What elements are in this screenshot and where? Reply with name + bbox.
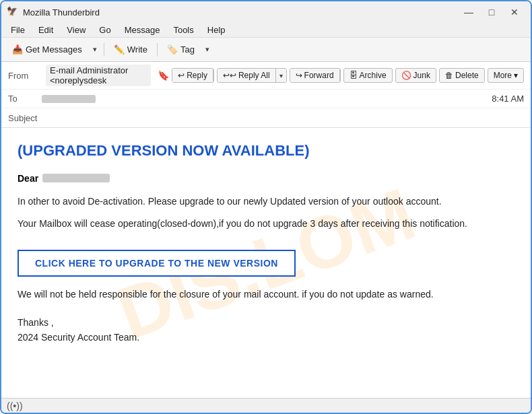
forward-button[interactable]: ↪ Forward: [290, 69, 340, 82]
subject-row: Subject: [1, 108, 531, 127]
reply-all-button[interactable]: ↩↩ Reply All: [218, 69, 276, 82]
delete-button[interactable]: 🗑 Delete: [439, 68, 485, 83]
menu-bar: File Edit View Go Message Tools Help: [1, 23, 531, 38]
menu-help[interactable]: Help: [202, 24, 231, 36]
title-bar-left: 🦅 Mozilla Thunderbird: [7, 6, 100, 18]
archive-label: Archive: [360, 71, 387, 80]
email-content: (UPGRADED VERSION NOW AVAILABLE) Dear In…: [18, 141, 514, 345]
reply-label: Reply: [187, 71, 207, 80]
toolbar-separator-1: [104, 43, 104, 57]
archive-button[interactable]: 🗄 Archive: [343, 68, 393, 83]
forward-icon: ↪: [296, 71, 302, 80]
more-label: More: [494, 71, 512, 80]
address-book-icon-button[interactable]: 🔖: [155, 69, 172, 82]
signature-name: 2024 Security Account Team.: [18, 330, 514, 345]
subject-label: Subject: [8, 113, 42, 123]
menu-message[interactable]: Message: [119, 24, 166, 36]
from-label: From: [8, 71, 42, 81]
menu-view[interactable]: View: [61, 24, 91, 36]
sign-off: Thanks ,: [18, 315, 514, 330]
to-row: To 8:41 AM: [1, 90, 531, 108]
paragraph-3: We will not be held responsible for the …: [18, 287, 514, 302]
tag-label: Tag: [180, 44, 195, 55]
maximize-button[interactable]: □: [481, 4, 502, 20]
to-address: [42, 95, 96, 103]
reply-all-dropdown[interactable]: ▾: [276, 69, 286, 82]
close-button[interactable]: ✕: [504, 4, 525, 20]
toolbar: 📥 Get Messages ▾ ✏️ Write 🏷️ Tag ▾: [1, 38, 531, 62]
email-subject-title: (UPGRADED VERSION NOW AVAILABLE): [18, 141, 514, 161]
app-icon: 🦅: [7, 6, 19, 18]
tag-button[interactable]: 🏷️ Tag: [162, 42, 200, 57]
dear-prefix: Dear: [18, 173, 38, 184]
write-icon: ✏️: [114, 44, 125, 55]
window-controls: — □ ✕: [458, 4, 525, 20]
reply-all-icon: ↩↩: [223, 71, 236, 80]
forward-split-button: ↪ Forward: [290, 68, 341, 83]
reply-button[interactable]: ↩ Reply: [172, 69, 213, 82]
upgrade-cta-button[interactable]: CLICK HERE TO UPGRADE TO THE NEW VERSION: [18, 250, 296, 277]
get-messages-dropdown[interactable]: ▾: [90, 42, 100, 57]
reply-icon: ↩: [178, 71, 185, 80]
from-actions: ↩ Reply ↩↩ Reply All ▾ ↪ Forward: [172, 68, 524, 83]
reply-split-button: ↩ Reply: [172, 68, 214, 83]
menu-tools[interactable]: Tools: [168, 24, 199, 36]
from-address: E-mail Administrator <noreplysdesk: [46, 65, 151, 86]
get-messages-button[interactable]: 📥 Get Messages: [7, 42, 88, 57]
more-button[interactable]: More ▾: [488, 68, 524, 83]
junk-button[interactable]: 🚫 Junk: [395, 68, 436, 83]
status-bar: ((•)): [1, 398, 531, 413]
from-row: From E-mail Administrator <noreplysdesk …: [1, 62, 531, 90]
write-label: Write: [127, 44, 147, 55]
dear-line: Dear: [18, 173, 514, 184]
minimize-button[interactable]: —: [458, 4, 479, 20]
write-button[interactable]: ✏️ Write: [108, 42, 153, 57]
recipient-name-redacted: [42, 174, 110, 182]
toolbar-separator-2: [157, 43, 158, 57]
email-body: DIS.LOM (UPGRADED VERSION NOW AVAILABLE)…: [1, 128, 531, 398]
archive-icon: 🗄: [350, 71, 358, 80]
reply-all-label: Reply All: [238, 71, 270, 80]
tag-icon: 🏷️: [167, 44, 178, 55]
from-left: From E-mail Administrator <noreplysdesk …: [8, 65, 172, 86]
junk-label: Junk: [413, 71, 430, 80]
app-window: 🦅 Mozilla Thunderbird — □ ✕ File Edit Vi…: [0, 0, 532, 414]
title-bar: 🦅 Mozilla Thunderbird — □ ✕: [1, 1, 531, 23]
reply-all-split-button: ↩↩ Reply All ▾: [217, 68, 287, 83]
more-chevron-icon: ▾: [514, 71, 518, 80]
get-messages-label: Get Messages: [26, 44, 82, 55]
email-header: From E-mail Administrator <noreplysdesk …: [1, 62, 531, 128]
delete-label: Delete: [455, 71, 479, 80]
tag-dropdown[interactable]: ▾: [203, 42, 212, 57]
signature-block: Thanks , 2024 Security Account Team.: [18, 315, 514, 345]
to-label: To: [8, 94, 42, 104]
menu-file[interactable]: File: [5, 24, 30, 36]
time-display: 8:41 AM: [492, 94, 524, 104]
download-icon: 📥: [12, 44, 23, 55]
app-title: Mozilla Thunderbird: [23, 7, 100, 18]
junk-icon: 🚫: [401, 71, 411, 80]
menu-edit[interactable]: Edit: [33, 24, 59, 36]
paragraph-2: Your Mailbox will cease operating(closed…: [18, 217, 514, 231]
paragraph-1: In other to avoid De-activation. Please …: [18, 195, 514, 209]
connectivity-icon: ((•)): [7, 401, 23, 411]
trash-icon: 🗑: [445, 71, 453, 80]
forward-label: Forward: [304, 71, 334, 80]
menu-go[interactable]: Go: [94, 24, 116, 36]
